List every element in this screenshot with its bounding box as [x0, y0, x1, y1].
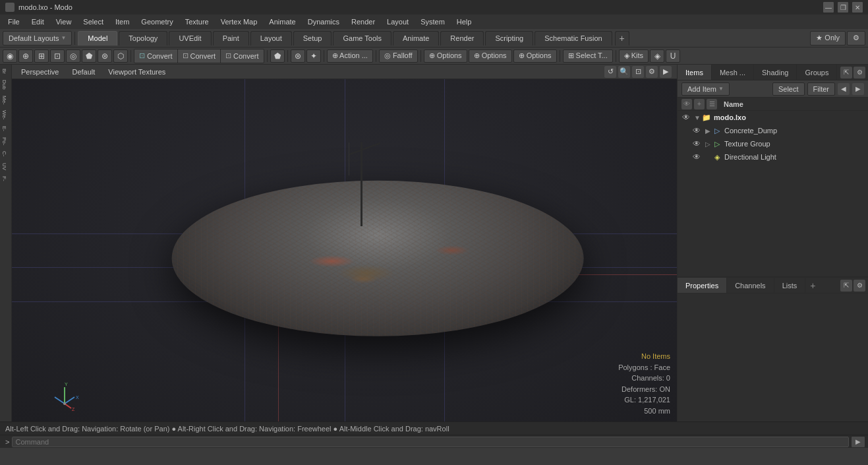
lt-btn-e[interactable]: E-	[1, 123, 11, 134]
menu-geometry[interactable]: Geometry	[136, 16, 178, 27]
tab-render[interactable]: Render	[440, 31, 484, 46]
minimize-btn[interactable]: —	[823, 2, 834, 13]
menu-texture[interactable]: Texture	[180, 16, 214, 27]
action-btn[interactable]: ⊕ Action ...	[327, 49, 373, 63]
col-list-icon[interactable]: ☰	[707, 99, 717, 109]
add-item-btn[interactable]: Add Item ▼	[681, 82, 730, 96]
default-layouts-btn[interactable]: Default Layouts ▼	[3, 31, 72, 46]
menu-view[interactable]: View	[51, 16, 77, 27]
kits-icon-btn[interactable]: ◈	[650, 49, 664, 63]
tool-icon-7[interactable]: ⊛	[98, 49, 112, 63]
rpb-tab-properties[interactable]: Properties	[678, 278, 727, 293]
expand-texture[interactable]: ▷	[704, 140, 712, 148]
rpb-settings-btn[interactable]: ⚙	[854, 280, 865, 292]
lt-btn-br[interactable]: Br	[1, 66, 11, 77]
convert-btn-2[interactable]: ⊡ Convert	[178, 49, 221, 63]
expand-modo-bxo[interactable]: ▼	[693, 113, 701, 121]
menu-item[interactable]: Item	[110, 16, 134, 27]
rp-tab-items[interactable]: Items	[678, 65, 712, 80]
col-add-icon[interactable]: +	[694, 99, 705, 109]
rp-list-right-btn[interactable]: ▶	[852, 83, 864, 95]
lt-btn-f[interactable]: F-	[1, 173, 11, 184]
tool-icon-5[interactable]: ◎	[66, 49, 80, 63]
menu-layout[interactable]: Layout	[382, 16, 414, 27]
menu-edit[interactable]: Edit	[26, 16, 49, 27]
eye-icon-texture[interactable]: 👁	[691, 138, 703, 150]
tab-schematic-fusion[interactable]: Schematic Fusion	[535, 31, 612, 46]
eye-icon-light[interactable]: 👁	[691, 151, 703, 163]
add-tab-btn[interactable]: +	[615, 31, 629, 46]
options-btn-3[interactable]: ⊕ Options	[513, 49, 557, 63]
only-btn[interactable]: ★ Only	[810, 31, 846, 46]
tab-model[interactable]: Model	[78, 31, 117, 46]
rpb-add-tab-btn[interactable]: +	[805, 278, 820, 293]
vp-settings-btn[interactable]: ⚙	[646, 66, 658, 78]
menu-animate[interactable]: Animate	[264, 16, 301, 27]
vp-default-label[interactable]: Default	[68, 67, 99, 77]
tree-item-concrete-dump[interactable]: 👁 ▶ ▷ Concrete_Dump	[678, 124, 868, 137]
ue-icon-btn[interactable]: U	[666, 49, 680, 63]
tool-icon-4[interactable]: ⊡	[50, 49, 65, 63]
tab-animate[interactable]: Animate	[393, 31, 439, 46]
tool-icon-3[interactable]: ⊞	[34, 49, 49, 63]
tool-icon-6[interactable]: ⬟	[82, 49, 96, 63]
rp-list-left-btn[interactable]: ◀	[838, 83, 850, 95]
eye-icon-concrete[interactable]: 👁	[691, 125, 703, 137]
vp-fit-btn[interactable]: ⊡	[632, 66, 644, 78]
rp-tab-groups[interactable]: Groups	[797, 65, 837, 80]
window-controls[interactable]: — ❐ ✕	[823, 2, 863, 13]
lt-btn-me[interactable]: Me-	[1, 93, 11, 108]
menu-render[interactable]: Render	[346, 16, 380, 27]
tab-game-tools[interactable]: Game Tools	[333, 31, 391, 46]
viewport-canvas[interactable]: No Items Polygons : Face Channels: 0 Def…	[12, 79, 677, 421]
rp-expand-btn[interactable]: ⇱	[840, 67, 852, 78]
menu-system[interactable]: System	[415, 16, 450, 27]
lt-btn-c[interactable]: C-	[1, 148, 11, 159]
lt-btn-po[interactable]: Po-	[1, 135, 11, 148]
tree-item-modo-bxo[interactable]: 👁 ▼ 📁 modo.lxo	[678, 111, 868, 124]
tool-icon-2[interactable]: ⊕	[18, 49, 33, 63]
tab-paint[interactable]: Paint	[213, 31, 249, 46]
vp-textures-label[interactable]: Viewport Textures	[104, 67, 169, 77]
tool-shield-icon[interactable]: ⊛	[291, 49, 305, 63]
tab-uvedit[interactable]: UVEdit	[169, 31, 211, 46]
select-btn-rp[interactable]: Select	[772, 82, 805, 96]
falloff-btn[interactable]: ◎ Falloff	[379, 49, 418, 63]
tree-item-texture-group[interactable]: 👁 ▷ ▷ Texture Group	[678, 137, 868, 150]
vp-play-btn[interactable]: ▶	[660, 66, 672, 78]
vp-rotate-btn[interactable]: ↺	[604, 66, 616, 78]
tool-star-icon[interactable]: ✦	[306, 49, 321, 63]
eye-icon-modo-bxo[interactable]: 👁	[680, 111, 692, 123]
col-eye-icon[interactable]: 👁	[681, 99, 692, 109]
maximize-btn[interactable]: ❐	[838, 2, 848, 13]
rpb-tab-lists[interactable]: Lists	[774, 278, 806, 293]
rp-tab-shading[interactable]: Shading	[754, 65, 797, 80]
select-btn[interactable]: ⊞ Select T...	[563, 49, 613, 63]
menu-select[interactable]: Select	[78, 16, 109, 27]
options-btn-2[interactable]: ⊕ Options	[469, 49, 512, 63]
tool-icon-8[interactable]: ⬡	[113, 49, 128, 63]
rpb-expand-btn[interactable]: ⇱	[840, 280, 852, 292]
settings-btn[interactable]: ⚙	[847, 31, 865, 46]
expand-light[interactable]	[704, 153, 712, 161]
menu-vertex-map[interactable]: Vertex Map	[216, 16, 263, 27]
tool-sphere-icon[interactable]: ⬟	[270, 49, 285, 63]
tab-scripting[interactable]: Scripting	[485, 31, 533, 46]
options-btn-1[interactable]: ⊕ Options	[424, 49, 467, 63]
command-input[interactable]	[12, 437, 849, 447]
rp-settings-btn[interactable]: ⚙	[854, 67, 865, 78]
menu-help[interactable]: Help	[451, 16, 477, 27]
rp-tab-mesh[interactable]: Mesh ...	[712, 65, 754, 80]
convert-btn-3[interactable]: ⊡ Convert	[221, 49, 264, 63]
convert-btn-1[interactable]: ⊡ Convert	[134, 49, 178, 63]
filter-btn[interactable]: Filter	[807, 82, 835, 96]
vp-zoom-btn[interactable]: 🔍	[618, 66, 630, 78]
tab-setup[interactable]: Setup	[293, 31, 332, 46]
expand-concrete[interactable]: ▶	[704, 127, 712, 135]
tab-layout[interactable]: Layout	[250, 31, 292, 46]
tree-item-directional-light[interactable]: 👁 ◈ Directional Light	[678, 150, 868, 164]
lt-btn-we[interactable]: We-	[1, 108, 11, 123]
menu-dynamics[interactable]: Dynamics	[303, 16, 345, 27]
rpb-tab-channels[interactable]: Channels	[727, 278, 774, 293]
command-run-btn[interactable]: ▶	[851, 436, 865, 448]
